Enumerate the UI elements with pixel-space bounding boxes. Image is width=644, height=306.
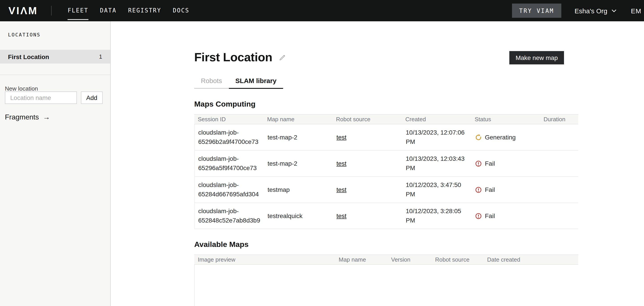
nav-item-docs[interactable]: DOCS [173,0,190,21]
nav-item-registry[interactable]: REGISTRY [128,0,161,21]
location-name: First Location [8,53,49,60]
add-location-button[interactable]: Add [81,91,103,104]
column-header-session-id: Session ID [194,116,264,123]
robot-source-link[interactable]: test [336,133,346,141]
robot-source-cell: test [333,133,402,142]
page-title: First Location [194,51,272,64]
tab-robots[interactable]: Robots [194,77,229,89]
new-location-label: New location [5,85,38,92]
arrow-right-icon: → [43,113,50,121]
created-cell: 10/12/2023, 3:47:50 PM [402,180,472,199]
table-row: cloudslam-job-65284d667695afd304 testmap… [195,177,578,203]
maps-computing-table: Session ID Map name Robot source Created… [194,114,578,229]
created-cell: 10/13/2023, 12:03:43 PM [402,154,472,173]
new-location-form: Add [5,91,103,104]
org-selector[interactable]: Esha's Org [575,7,616,14]
column-header-robot-source: Robot source [432,256,484,263]
column-header-duration: Duration [540,116,578,123]
maps-computing-heading: Maps Computing [194,100,578,109]
created-cell: 10/12/2023, 3:28:05 PM [402,207,472,225]
map-name-cell: test-map-2 [264,133,333,142]
table-row: cloudslam-job-65296b2a9f4700ce73 test-ma… [195,124,578,151]
nav-divider [51,6,52,15]
session-id-cell: cloudslam-job-65296a5f9f4700ce73 [195,154,264,173]
status-label: Fail [485,185,495,194]
location-name-input[interactable] [5,91,77,104]
column-header-robot-source: Robot source [332,116,402,123]
try-viam-button[interactable]: TRY VIAM [512,3,561,18]
column-header-version: Version [388,256,432,263]
available-maps-heading: Available Maps [194,240,578,249]
fragments-label: Fragments [5,113,39,121]
session-id-cell: cloudslam-job-65284d667695afd304 [195,180,264,199]
edit-location-name-button[interactable] [278,54,286,61]
column-header-created: Created [402,116,471,123]
available-maps-header: Image preview Map name Version Robot sou… [194,255,578,265]
error-circle-icon [475,213,482,219]
robot-source-link[interactable]: test [336,160,346,167]
table-row: cloudslam-job-65296a5f9f4700ce73 test-ma… [195,151,578,177]
status-label: Fail [485,159,495,168]
status-cell: Fail [472,159,540,168]
status-cell: Fail [472,185,540,194]
available-maps-body [194,265,578,306]
nav-item-data[interactable]: DATA [100,0,117,21]
status-cell: Generating [472,133,540,142]
robot-source-link[interactable]: test [336,212,346,219]
robot-source-cell: test [333,185,402,194]
robot-source-cell: test [333,211,402,221]
map-name-cell: testrealquick [264,211,333,221]
sidebar-divider [0,75,110,75]
user-avatar[interactable]: EM [631,7,641,14]
nav-links: FLEET DATA REGISTRY DOCS [68,0,189,21]
table-row: cloudslam-job-652848c52e7ab8d3b9 testrea… [195,203,578,229]
pencil-icon [278,56,286,62]
viam-app: VIΛM FLEET DATA REGISTRY DOCS TRY VIAM E… [0,0,644,306]
column-header-map-name: Map name [335,256,388,263]
maps-computing-body: cloudslam-job-65296b2a9f4700ce73 test-ma… [194,124,578,229]
error-circle-icon [475,186,482,193]
tab-slam-library[interactable]: SLAM library [229,77,283,89]
robot-source-link[interactable]: test [336,186,346,193]
refresh-icon [475,134,482,141]
status-label: Generating [485,133,516,142]
map-name-cell: test-map-2 [264,159,333,168]
error-circle-icon [475,160,482,167]
sidebar-item-first-location[interactable]: First Location 1 [0,50,110,63]
status-cell: Fail [472,211,540,221]
status-label: Fail [485,211,495,221]
column-header-date-created: Date created [484,256,578,263]
fragments-link[interactable]: Fragments → [5,113,50,121]
location-tabs: Robots SLAM library [194,77,578,89]
make-new-map-button[interactable]: Make new map [509,51,564,64]
column-header-map-name: Map name [264,116,332,123]
viam-logo[interactable]: VIΛM [8,5,38,17]
top-nav: VIΛM FLEET DATA REGISTRY DOCS TRY VIAM E… [0,0,644,21]
locations-heading: LOCATIONS [8,32,40,38]
chevron-down-icon [611,9,616,12]
session-id-cell: cloudslam-job-652848c52e7ab8d3b9 [195,207,264,225]
robot-source-cell: test [333,159,402,168]
column-header-image-preview: Image preview [194,256,335,263]
nav-item-fleet[interactable]: FLEET [68,0,88,21]
column-header-status: Status [471,116,540,123]
map-name-cell: testmap [264,185,333,194]
title-row: First Location Make new map [194,51,578,64]
created-cell: 10/13/2023, 12:07:06 PM [402,128,472,147]
org-name: Esha's Org [575,7,607,14]
available-maps-table: Image preview Map name Version Robot sou… [194,255,578,306]
location-robot-count: 1 [99,53,102,60]
locations-sidebar: LOCATIONS First Location 1 New location … [0,21,111,306]
nav-right: TRY VIAM Esha's Org EM [512,3,644,18]
main-content: First Location Make new map Robots SLAM … [111,21,644,306]
maps-computing-header: Session ID Map name Robot source Created… [194,114,578,124]
session-id-cell: cloudslam-job-65296b2a9f4700ce73 [195,128,264,147]
